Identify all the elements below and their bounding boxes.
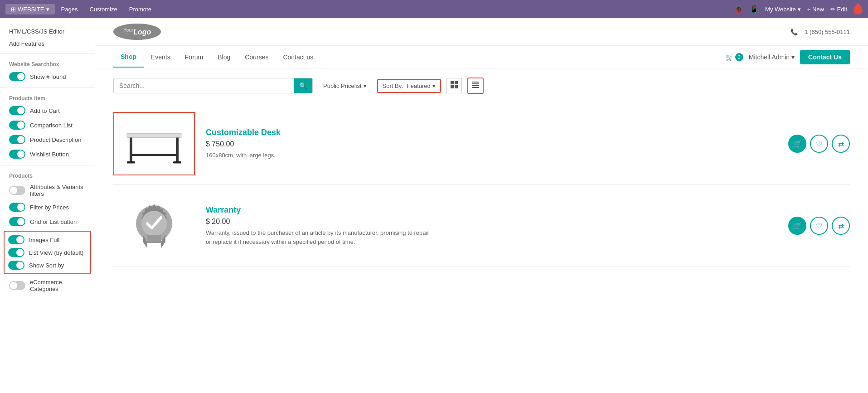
new-btn[interactable]: + New (807, 6, 824, 13)
images-full-toggle[interactable] (8, 235, 24, 244)
customize-label: Customize (89, 6, 117, 13)
grid-list-toggle[interactable] (9, 217, 25, 226)
search-btn[interactable]: 🔍 (294, 78, 312, 93)
my-website-btn[interactable]: My Website ▾ (765, 6, 801, 13)
pricelist-dropdown[interactable]: Public Pricelist ▾ (318, 79, 372, 92)
add-to-cart-btn-desk[interactable]: 🛒 (788, 135, 806, 153)
admin-bar-left: ⊞ WEBSITE ▾ Pages Customize Promote (5, 4, 732, 15)
sidebar-divider-3 (0, 165, 95, 165)
highlighted-group: Images Full List View (by default) Show … (4, 231, 91, 274)
logo[interactable]: YourLogo (113, 24, 161, 40)
sidebar-divider-1 (0, 53, 95, 54)
svg-rect-11 (176, 138, 179, 163)
products-category: Products (0, 169, 95, 181)
promote-label: Promote (129, 6, 151, 13)
customize-btn[interactable]: Customize (84, 4, 122, 15)
show-found-toggle[interactable] (9, 72, 25, 81)
wishlist-toggle-row: Wishlist Button (0, 147, 95, 161)
edit-btn[interactable]: ✏ Edit (830, 6, 847, 13)
images-full-toggle-row: Images Full (8, 233, 87, 246)
shop-toolbar: 🔍 Public Pricelist ▾ Sort By: Featured ▾ (113, 78, 850, 94)
product-name-desk[interactable]: Customizable Desk (206, 128, 777, 137)
admin-bar-right: 🐞 📱 My Website ▾ + New ✏ Edit (734, 3, 863, 16)
user-btn[interactable]: Mitchell Admin ▾ (749, 53, 795, 61)
sort-chevron-icon: ▾ (432, 82, 436, 89)
wishlist-btn-desk[interactable]: ♡ (810, 135, 828, 153)
contact-us-btn[interactable]: Contact Us (800, 50, 850, 64)
ecommerce-categories-label: eCommerce Categories (30, 279, 86, 292)
product-list: Customizable Desk $ 750.00 160x80cm, wit… (113, 103, 850, 267)
product-description-toggle[interactable] (9, 135, 25, 144)
svg-rect-9 (130, 138, 132, 163)
wishlist-btn-warranty[interactable]: ♡ (810, 217, 828, 235)
odoo-logo (853, 3, 863, 16)
comparison-list-toggle[interactable] (9, 121, 25, 130)
search-wrap: 🔍 (113, 78, 313, 93)
attributes-toggle[interactable] (9, 186, 25, 195)
add-features-item[interactable]: Add Features (0, 38, 95, 50)
website-label: WEBSITE (18, 6, 44, 13)
user-chevron-icon: ▾ (791, 53, 795, 61)
nav-events[interactable]: Events (144, 47, 178, 67)
mobile-preview-btn[interactable]: 📱 (750, 5, 759, 14)
nav-contact[interactable]: Contact us (276, 47, 320, 67)
site-header-right: 📞 +1 (650) 555-0111 (790, 29, 850, 35)
list-view-label: List View (by default) (29, 249, 83, 256)
phone-number: +1 (650) 555-0111 (801, 29, 850, 35)
nav-blog[interactable]: Blog (210, 47, 238, 67)
content-area: YourLogo 📞 +1 (650) 555-0111 Shop Events… (95, 18, 868, 393)
svg-rect-3 (455, 85, 458, 88)
pricelist-label: Public Pricelist (323, 82, 362, 89)
html-css-js-editor-item[interactable]: HTML/CSS/JS Editor (0, 25, 95, 38)
product-img-desk (113, 112, 195, 175)
product-name-warranty[interactable]: Warranty (206, 205, 777, 215)
add-to-cart-toggle[interactable] (9, 106, 25, 115)
show-sort-toggle[interactable] (8, 261, 24, 270)
logo-area: YourLogo (113, 24, 161, 40)
edit-label: ✏ Edit (830, 6, 847, 13)
shop-area: 🔍 Public Pricelist ▾ Sort By: Featured ▾ (95, 68, 868, 276)
show-found-label: Show # found (30, 73, 66, 80)
show-found-toggle-row: Show # found (0, 69, 95, 84)
compare-btn-warranty[interactable]: ⇄ (832, 217, 850, 235)
add-to-cart-btn-warranty[interactable]: 🛒 (788, 217, 806, 235)
product-desc-warranty: Warranty, issued to the purchaser of an … (206, 228, 432, 246)
grid-view-icon (451, 81, 458, 88)
svg-rect-6 (472, 85, 479, 86)
chevron-down-icon-2: ▾ (798, 6, 801, 13)
nav-shop[interactable]: Shop (113, 47, 144, 68)
show-sort-toggle-row: Show Sort by (8, 259, 87, 272)
website-menu-btn[interactable]: ⊞ WEBSITE ▾ (5, 4, 55, 15)
search-input[interactable] (114, 78, 294, 93)
pages-btn[interactable]: Pages (56, 4, 83, 15)
svg-rect-2 (451, 85, 454, 88)
sidebar-divider-2 (0, 87, 95, 88)
nav-courses[interactable]: Courses (238, 47, 276, 67)
compare-btn-desk[interactable]: ⇄ (832, 135, 850, 153)
ecommerce-categories-toggle[interactable] (9, 281, 25, 290)
promote-btn[interactable]: Promote (124, 4, 157, 15)
list-view-toggle[interactable] (8, 248, 24, 257)
svg-rect-8 (127, 134, 181, 138)
website-searchbox-category: Website Searchbox (0, 58, 95, 69)
nav-forum[interactable]: Forum (178, 47, 210, 67)
cart-count: 3 (735, 53, 743, 61)
view-list-btn[interactable] (467, 78, 484, 94)
view-grid-btn[interactable] (446, 78, 462, 93)
add-to-cart-toggle-row: Add to Cart (0, 103, 95, 118)
svg-rect-4 (472, 82, 479, 82)
cart-btn[interactable]: 🛒 3 (726, 53, 743, 61)
warranty-image (131, 196, 177, 255)
product-description-toggle-row: Product Description (0, 132, 95, 147)
images-full-label: Images Full (29, 237, 59, 243)
sort-dropdown[interactable]: Sort By: Featured ▾ (377, 79, 441, 93)
svg-rect-5 (472, 83, 479, 84)
svg-rect-12 (173, 161, 181, 164)
svg-rect-10 (127, 161, 135, 164)
pages-label: Pages (61, 6, 78, 13)
desk-image (120, 116, 188, 171)
bug-icon-btn[interactable]: 🐞 (734, 5, 743, 14)
wishlist-toggle[interactable] (9, 150, 25, 159)
svg-rect-19 (147, 235, 161, 243)
filter-prices-toggle[interactable] (9, 203, 25, 212)
